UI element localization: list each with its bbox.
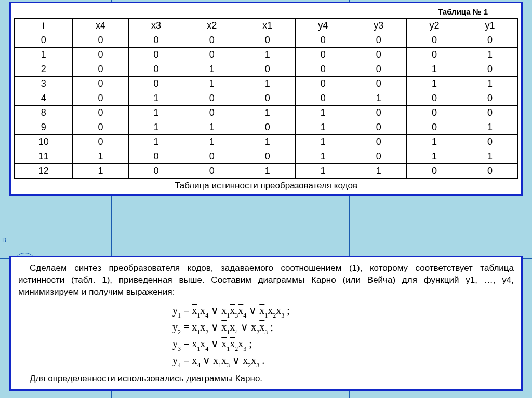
table-cell: 0	[73, 48, 128, 62]
table-cell: 9	[15, 120, 73, 135]
table-cell: 0	[73, 77, 128, 91]
table-caption: Таблица истинности преобразователя кодов	[14, 179, 518, 191]
table-cell: 1	[240, 164, 295, 179]
table-cell: 1	[406, 149, 462, 164]
table-cell: 0	[406, 48, 462, 62]
table-cell: 0	[351, 33, 406, 48]
eq-y4: y4 = x4 ∨ x1x3 ∨ x2x3 .	[172, 352, 360, 369]
col-h: y2	[406, 19, 462, 33]
table-row: 1210011100	[15, 164, 518, 179]
table-cell: 0	[462, 91, 517, 106]
table-cell: 1	[462, 149, 517, 164]
table-cell: 0	[73, 91, 128, 106]
col-h: y1	[462, 19, 517, 33]
table-cell: 0	[351, 135, 406, 149]
col-h: x2	[184, 19, 240, 33]
table-cell: 0	[295, 33, 351, 48]
table-cell: 0	[184, 164, 240, 179]
col-h: x1	[240, 19, 295, 33]
table-cell: 1	[128, 106, 184, 120]
table-cell: 1	[406, 77, 462, 91]
table-cell: 1	[462, 48, 517, 62]
table-cell: 1	[462, 120, 517, 135]
table-cell: 0	[184, 48, 240, 62]
table-cell: 0	[351, 62, 406, 77]
truth-table-panel: Таблица № 1 i x4 x3 x2 x1 y4 y3 y2 y1 00…	[9, 2, 523, 196]
table-row: 000000000	[15, 33, 518, 48]
table-cell: 1	[184, 120, 240, 135]
col-h: y3	[351, 19, 406, 33]
table-cell: 10	[15, 135, 73, 149]
table-row: 801011000	[15, 106, 518, 120]
equations-block: y1 = x1x4 ∨ x1x3x4 ∨ x1x2x3 ; y2 = x1x2 …	[172, 303, 360, 369]
table-cell: 0	[295, 77, 351, 91]
table-cell: 1	[295, 135, 351, 149]
table-cell: 1	[240, 48, 295, 62]
table-cell: 0	[128, 48, 184, 62]
table-cell: 1	[184, 77, 240, 91]
table-cell: 12	[15, 164, 73, 179]
table-cell: 1	[295, 106, 351, 120]
table-cell: 4	[15, 91, 73, 106]
table-cell: 1	[128, 135, 184, 149]
table-title: Таблица № 1	[14, 6, 518, 18]
table-cell: 1	[240, 135, 295, 149]
table-cell: 1	[240, 77, 295, 91]
table-cell: 0	[73, 62, 128, 77]
eq-y2: y2 = x1x2 ∨ x1x4 ∨ x2x3 ;	[172, 319, 360, 336]
explanation-panel: Сделаем синтез преобразователя кодов, за…	[9, 256, 523, 391]
table-cell: 0	[128, 77, 184, 91]
eq-y1: y1 = x1x4 ∨ x1x3x4 ∨ x1x2x3 ;	[172, 303, 360, 319]
table-cell: 0	[462, 135, 517, 149]
table-cell: 0	[462, 164, 517, 179]
table-row: 901101001	[15, 120, 518, 135]
table-cell: 0	[184, 149, 240, 164]
table-cell: 0	[406, 120, 462, 135]
table-cell: 0	[295, 91, 351, 106]
table-cell: 0	[240, 91, 295, 106]
table-cell: 0	[406, 91, 462, 106]
table-cell: 1	[295, 164, 351, 179]
table-row: 100010001	[15, 48, 518, 62]
table-cell: 0	[462, 33, 517, 48]
table-cell: 1	[128, 91, 184, 106]
table-row: 1001111010	[15, 135, 518, 149]
table-cell: 11	[15, 149, 73, 164]
table-cell: 0	[184, 91, 240, 106]
table-cell: 1	[240, 106, 295, 120]
table-cell: 0	[295, 48, 351, 62]
table-cell: 0	[73, 120, 128, 135]
table-cell: 0	[240, 120, 295, 135]
table-cell: 0	[406, 33, 462, 48]
col-h: y4	[295, 19, 351, 33]
table-cell: 1	[73, 164, 128, 179]
table-cell: 1	[351, 164, 406, 179]
table-cell: 1	[406, 135, 462, 149]
table-cell: 0	[128, 149, 184, 164]
table-cell: 1	[406, 62, 462, 77]
table-cell: 0	[351, 120, 406, 135]
table-header-row: i x4 x3 x2 x1 y4 y3 y2 y1	[15, 19, 518, 33]
table-cell: 0	[128, 164, 184, 179]
bg-label-b: B	[2, 237, 6, 244]
table-cell: 0	[128, 62, 184, 77]
paragraph-1: Сделаем синтез преобразователя кодов, за…	[18, 263, 514, 298]
table-cell: 1	[15, 48, 73, 62]
table-cell: 1	[184, 62, 240, 77]
table-cell: 8	[15, 106, 73, 120]
table-cell: 0	[73, 33, 128, 48]
table-cell: 1	[462, 77, 517, 91]
table-cell: 0	[128, 33, 184, 48]
table-cell: 0	[351, 106, 406, 120]
table-cell: 0	[351, 48, 406, 62]
table-row: 300110011	[15, 77, 518, 91]
table-cell: 0	[184, 33, 240, 48]
table-cell: 0	[184, 106, 240, 120]
eq-y3: y3 = x1x4 ∨ x1x2x3 ;	[172, 336, 360, 352]
table-cell: 0	[73, 135, 128, 149]
truth-table: i x4 x3 x2 x1 y4 y3 y2 y1 00000000010001…	[14, 18, 518, 179]
col-h: x4	[73, 19, 128, 33]
table-cell: 1	[351, 91, 406, 106]
col-h: x3	[128, 19, 184, 33]
table-cell: 1	[128, 120, 184, 135]
